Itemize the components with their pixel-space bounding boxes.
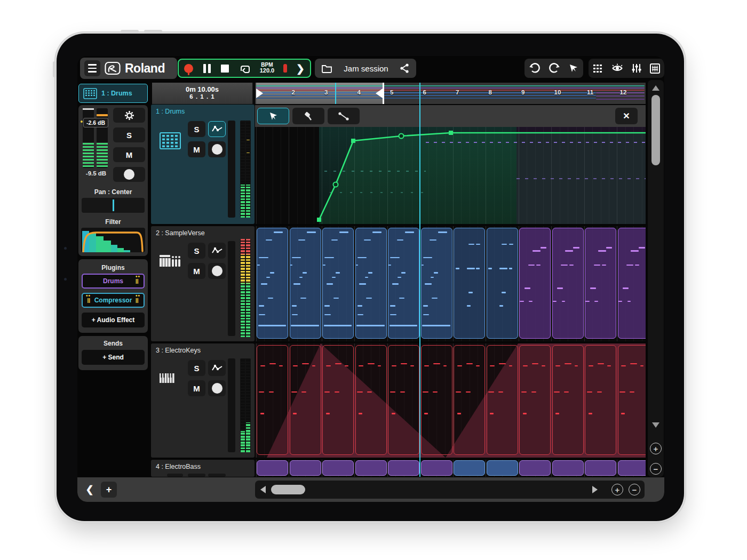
- timeline-ruler[interactable]: 23456789101112: [255, 83, 646, 104]
- solo-button[interactable]: S: [188, 243, 205, 259]
- clip[interactable]: [552, 345, 584, 455]
- plugin-drums-button[interactable]: Drums •• ‖: [82, 274, 145, 289]
- clip[interactable]: [585, 228, 616, 339]
- record-arm-button[interactable]: [113, 167, 145, 182]
- vertical-zoom-in-button[interactable]: +: [650, 443, 662, 454]
- track-fader[interactable]: [228, 358, 235, 452]
- back-button[interactable]: ❮: [82, 482, 98, 498]
- record-arm-button[interactable]: [208, 263, 226, 279]
- clip[interactable]: [487, 228, 518, 339]
- track-header-sampleverse[interactable]: 2 : SampleVerse S M: [151, 226, 255, 341]
- clip[interactable]: [290, 228, 321, 339]
- clip[interactable]: [454, 228, 485, 339]
- vertical-zoom-out-button[interactable]: −: [650, 463, 662, 475]
- clip[interactable]: [454, 460, 485, 476]
- clip[interactable]: [585, 460, 616, 476]
- track-header-drums[interactable]: 1 : Drums S M: [151, 105, 255, 224]
- mute-button[interactable]: M: [188, 141, 205, 157]
- clip[interactable]: [421, 345, 452, 455]
- clip[interactable]: [290, 460, 321, 476]
- mute-button[interactable]: M: [113, 147, 145, 162]
- vertical-scroll-thumb[interactable]: [651, 95, 660, 165]
- track-fader[interactable]: [228, 241, 235, 336]
- add-track-button[interactable]: +: [101, 482, 117, 498]
- mute-button[interactable]: M: [188, 380, 205, 396]
- playhead[interactable]: [419, 83, 420, 477]
- clip[interactable]: [388, 460, 419, 476]
- track-header-electrobass[interactable]: 4 : ElectroBass: [151, 460, 255, 477]
- scroll-left-arrow[interactable]: [260, 486, 266, 493]
- line-tool-button[interactable]: [328, 108, 360, 124]
- electrokeys-lane[interactable]: [255, 343, 646, 458]
- clip[interactable]: [257, 460, 288, 476]
- transport-expand-chevron[interactable]: ❯: [296, 60, 305, 77]
- electrobass-lane[interactable]: [255, 460, 646, 477]
- stop-button[interactable]: [221, 60, 229, 77]
- folder-icon[interactable]: [321, 63, 333, 73]
- close-automation-button[interactable]: ✕: [615, 108, 638, 124]
- select-tool-button[interactable]: [257, 108, 289, 124]
- selected-track-tab[interactable]: 1 : Drums: [78, 84, 148, 103]
- clip[interactable]: [618, 228, 646, 339]
- scroll-right-arrow[interactable]: [592, 486, 598, 493]
- metronome-icon[interactable]: [283, 60, 287, 77]
- clip[interactable]: [257, 228, 288, 339]
- horizontal-scroll-thumb[interactable]: [271, 485, 305, 494]
- clip[interactable]: [519, 345, 551, 455]
- add-send-button[interactable]: + Send: [82, 350, 145, 365]
- automation-button[interactable]: [208, 121, 226, 137]
- clip[interactable]: [487, 345, 518, 455]
- clip[interactable]: [322, 228, 354, 339]
- zoom-out-button[interactable]: −: [629, 484, 640, 495]
- clip[interactable]: [552, 460, 584, 476]
- plugin-compressor-button[interactable]: Compressor •• ‖ •• ‖: [82, 293, 145, 308]
- record-button[interactable]: [184, 60, 193, 77]
- redo-icon[interactable]: [549, 62, 560, 74]
- cursor-tool-icon[interactable]: [568, 63, 579, 74]
- drums-automation-lane[interactable]: [255, 127, 646, 224]
- clip[interactable]: [421, 228, 452, 339]
- record-arm-button[interactable]: [208, 141, 226, 157]
- mixer-view-icon[interactable]: [631, 63, 642, 74]
- clip[interactable]: [322, 460, 354, 476]
- solo-button[interactable]: S: [188, 121, 205, 137]
- pause-button[interactable]: [202, 60, 212, 77]
- clip[interactable]: [421, 460, 452, 476]
- pan-slider[interactable]: [82, 198, 145, 213]
- clip[interactable]: [257, 345, 288, 455]
- solo-button[interactable]: S: [188, 360, 205, 376]
- clip[interactable]: [388, 345, 419, 455]
- clip[interactable]: [454, 345, 485, 455]
- track-header-electrokeys[interactable]: 3 : ElectroKeys S M: [151, 343, 255, 458]
- clip[interactable]: [355, 460, 387, 476]
- clip[interactable]: [552, 228, 584, 339]
- vertical-scrollbar[interactable]: + −: [648, 80, 664, 477]
- filter-display[interactable]: [81, 228, 145, 252]
- scroll-down-arrow[interactable]: [652, 422, 659, 428]
- eye-view-icon[interactable]: [611, 63, 624, 74]
- record-arm-button[interactable]: [208, 380, 226, 396]
- grid-view-icon[interactable]: [592, 63, 603, 74]
- solo-button[interactable]: S: [113, 127, 145, 142]
- clip[interactable]: [290, 345, 321, 455]
- clip[interactable]: [585, 345, 616, 455]
- zoom-in-button[interactable]: +: [611, 484, 623, 495]
- scroll-up-arrow[interactable]: [652, 85, 659, 91]
- clip[interactable]: [618, 460, 646, 476]
- mute-button[interactable]: M: [188, 263, 205, 279]
- pad-view-icon[interactable]: [649, 63, 661, 74]
- share-icon[interactable]: [399, 63, 410, 74]
- clip[interactable]: [519, 228, 551, 339]
- bpm-display[interactable]: BPM 120.0: [260, 60, 275, 77]
- track-settings-button[interactable]: [113, 108, 145, 123]
- clip[interactable]: [519, 460, 551, 476]
- clip[interactable]: [322, 345, 354, 455]
- clip[interactable]: [618, 345, 646, 455]
- horizontal-scrollbar[interactable]: + −: [255, 481, 645, 499]
- time-position-display[interactable]: 0m 10.00s 6 . 1 . 1: [152, 83, 253, 104]
- loop-button[interactable]: [238, 60, 251, 77]
- menu-button[interactable]: [84, 60, 100, 76]
- clip[interactable]: [388, 228, 419, 339]
- eraser-tool-button[interactable]: [292, 108, 324, 124]
- clip[interactable]: [355, 228, 387, 339]
